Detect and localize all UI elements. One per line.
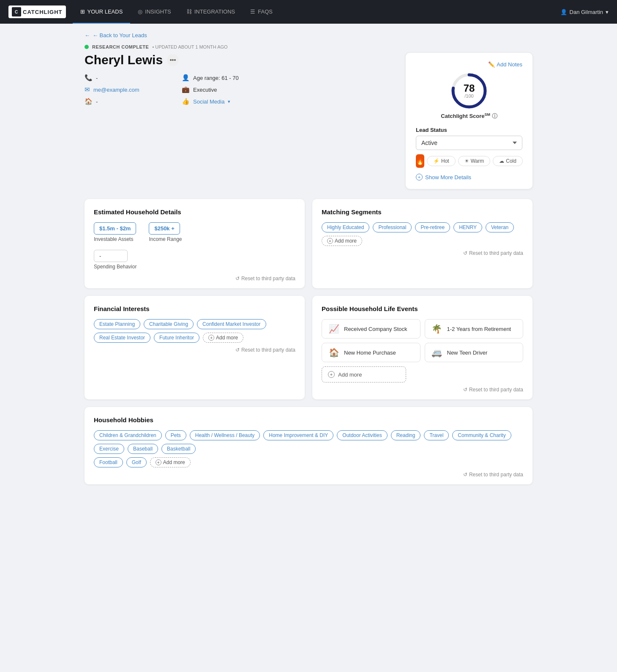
address-icon: 🏠	[85, 98, 93, 105]
tag-pets[interactable]: Pets	[165, 430, 186, 440]
nav-leads-icon: ⊞	[80, 8, 85, 15]
tag-veteran[interactable]: Veteran	[486, 222, 514, 232]
income-range-value: $250k +	[149, 222, 180, 235]
nav-faqs-icon: ☰	[250, 8, 255, 15]
company-stock-icon: 📈	[328, 324, 340, 334]
nav-items: ⊞ YOUR LEADS ◎ INSIGHTS ⛓ INTEGRATIONS ☰…	[73, 0, 560, 24]
nav-item-insights[interactable]: ◎ INSIGHTS	[130, 0, 178, 24]
hobbies-reset-link[interactable]: ↺ Reset to third party data	[94, 472, 523, 478]
tag-exercise[interactable]: Exercise	[94, 444, 124, 454]
life-events-reset-link[interactable]: ↺ Reset to third party data	[322, 387, 523, 393]
spending-value: -	[94, 250, 128, 262]
tag-professional[interactable]: Professional	[373, 222, 412, 232]
profile-details: 📞 - 👤 Age range: 61 - 70 ✉ me@example.co…	[85, 74, 406, 105]
tag-football[interactable]: Football	[94, 457, 123, 467]
tag-health-wellness[interactable]: Health / Wellness / Beauty	[190, 430, 260, 440]
phone-icon: 📞	[85, 74, 93, 82]
tag-reading[interactable]: Reading	[391, 430, 421, 440]
logo-mark: C	[12, 7, 21, 16]
back-link[interactable]: ← ← Back to Your Leads	[85, 32, 532, 38]
age-icon: 👤	[182, 74, 190, 82]
tag-confident-market-investor[interactable]: Confident Market Investor	[197, 319, 266, 329]
cards-grid: Estimated Household Details $1.5m - $2m …	[85, 199, 532, 484]
address-row: 🏠 -	[85, 98, 169, 105]
profile-name-row: Cheryl Lewis •••	[85, 53, 406, 67]
life-event-teen-driver: 🚐 New Teen Driver	[425, 343, 524, 362]
hobbies-tags: Children & Grandchildren Pets Health / W…	[94, 430, 523, 454]
matching-segments-title: Matching Segments	[322, 208, 523, 216]
tag-children-grandchildren[interactable]: Children & Grandchildren	[94, 430, 162, 440]
score-card: ✏️ Add Notes 78 /100 Catchlight Scor	[406, 53, 532, 189]
back-arrow-icon: ←	[85, 32, 90, 38]
warm-icon: ☀	[464, 158, 469, 164]
matching-segments-add-button[interactable]: + Add more	[322, 236, 362, 246]
phone-row: 📞 -	[85, 74, 169, 82]
tag-travel[interactable]: Travel	[424, 430, 449, 440]
warm-button[interactable]: ☀ Warm	[458, 156, 491, 166]
hot-active-button[interactable]: 🔥	[416, 154, 424, 168]
nav-item-faqs[interactable]: ☰ FAQS	[243, 0, 280, 24]
logo-text: CATCHLIGHT	[23, 9, 63, 15]
matching-reset-link[interactable]: ↺ Reset to third party data	[322, 250, 523, 256]
tag-community-charity[interactable]: Community & Charity	[452, 430, 511, 440]
life-events-add-button[interactable]: + Add more	[322, 366, 406, 382]
cold-button[interactable]: ☁ Cold	[493, 156, 523, 166]
lead-status-select[interactable]: Active Inactive Prospect Closed	[416, 136, 522, 150]
score-circle-wrap: 78 /100 Catchlight ScoreSM ⓘ	[416, 72, 522, 120]
score-label: Catchlight ScoreSM ⓘ	[441, 112, 497, 120]
age-row: 👤 Age range: 61 - 70	[182, 74, 266, 82]
tag-pre-retiree[interactable]: Pre-retiree	[415, 222, 450, 232]
tag-home-improvement[interactable]: Home Improvement & DIY	[263, 430, 333, 440]
tag-baseball[interactable]: Baseball	[128, 444, 158, 454]
page-content: ← ← Back to Your Leads RESEARCH COMPLETE…	[76, 24, 541, 501]
life-event-home-purchase: 🏠 New Home Purchase	[322, 343, 420, 362]
occupation-row: 💼 Executive	[182, 86, 266, 93]
social-media-link[interactable]: Social Media	[193, 98, 224, 105]
score-card-header: ✏️ Add Notes	[416, 61, 522, 68]
tag-outdoor-activities[interactable]: Outdoor Activities	[337, 430, 387, 440]
spending-col: - Spending Behavior	[94, 250, 295, 270]
email-link[interactable]: me@example.com	[93, 87, 139, 93]
status-dot	[85, 45, 89, 49]
household-reset-link[interactable]: ↺ Reset to third party data	[94, 276, 295, 281]
life-event-retirement: 🌴 1-2 Years from Retirement	[425, 319, 524, 339]
plus-circle-icon: +	[416, 174, 423, 180]
hot-button[interactable]: ⚡ Hot	[427, 156, 456, 166]
tag-estate-planning[interactable]: Estate Planning	[94, 319, 140, 329]
navbar: C CATCHLIGHT ⊞ YOUR LEADS ◎ INSIGHTS ⛓ I…	[0, 0, 617, 24]
nav-insights-icon: ◎	[138, 8, 142, 15]
user-icon: 👤	[560, 9, 567, 15]
investable-label: Investable Assets	[94, 236, 136, 242]
lead-status-label: Lead Status	[416, 127, 522, 133]
tag-future-inheritor[interactable]: Future Inheritor	[154, 333, 199, 343]
status-label: RESEARCH COMPLETE	[92, 44, 149, 49]
tag-basketball[interactable]: Basketball	[161, 444, 196, 454]
tag-golf[interactable]: Golf	[126, 457, 147, 467]
nav-item-your-leads[interactable]: ⊞ YOUR LEADS	[73, 0, 131, 24]
financial-interests-title: Financial Interests	[94, 305, 295, 312]
retirement-icon: 🌴	[431, 324, 443, 334]
financial-add-button[interactable]: + Add more	[203, 333, 243, 343]
tag-charitable-giving[interactable]: Charitable Giving	[144, 319, 194, 329]
temperature-buttons: 🔥 ⚡ Hot ☀ Warm ☁ Cold	[416, 154, 522, 168]
tag-real-estate-investor[interactable]: Real Estate Investor	[94, 333, 150, 343]
tag-highly-educated[interactable]: Highly Educated	[322, 222, 369, 232]
more-options-button[interactable]: •••	[167, 54, 179, 66]
tag-henry[interactable]: HENRY	[453, 222, 482, 232]
hobbies-tags-row2: Football Golf + Add more	[94, 457, 523, 467]
score-circle: 78 /100	[450, 72, 488, 110]
hobbies-card: Household Hobbies Children & Grandchildr…	[85, 407, 532, 484]
nav-user[interactable]: 👤 Dan Gilmartin ▾	[560, 9, 609, 15]
info-icon[interactable]: ⓘ	[492, 113, 497, 119]
hobbies-add-button[interactable]: + Add more	[150, 457, 191, 467]
nav-item-integrations[interactable]: ⛓ INTEGRATIONS	[179, 0, 243, 24]
social-icon: 👍	[182, 98, 190, 105]
household-details-title: Estimated Household Details	[94, 208, 295, 216]
financial-interests-tags: Estate Planning Charitable Giving Confid…	[94, 319, 295, 343]
pencil-icon: ✏️	[488, 61, 495, 68]
show-more-button[interactable]: + Show More Details	[416, 174, 471, 180]
add-notes-button[interactable]: ✏️ Add Notes	[488, 61, 522, 68]
reset-icon5: ↺	[463, 472, 467, 478]
profile-header: Cheryl Lewis ••• 📞 - 👤 Age range: 61 - 7…	[85, 53, 532, 189]
financial-reset-link[interactable]: ↺ Reset to third party data	[94, 347, 295, 353]
